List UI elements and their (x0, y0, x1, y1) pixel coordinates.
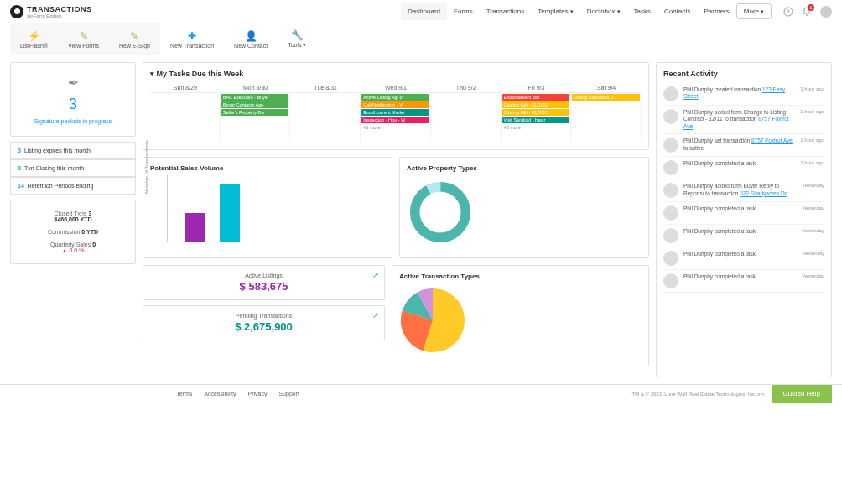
task-pill[interactable]: Closing Gift - CUTCO (502, 101, 570, 108)
nav-transactions[interactable]: Transactions (480, 3, 532, 20)
copyright: TM & © 2022, Lone Wolf Real Estate Techn… (632, 392, 765, 397)
tool-new-e-sign[interactable]: ✎New E-Sign (109, 23, 160, 55)
logo-icon (10, 5, 23, 18)
activity-item[interactable]: Phil Dunphy added form Change to Listing… (663, 106, 824, 134)
chart-title-1: Active Property Types (407, 164, 642, 172)
logo: TRANSACTIONS zipForm Edition (10, 5, 92, 18)
trend-icon: ↗ (372, 311, 379, 320)
bell-icon[interactable]: 1 (802, 7, 812, 17)
top-nav: DashboardFormsTransactionsTemplates▾DocI… (401, 3, 772, 20)
tool-icon: ⚡ (28, 30, 40, 42)
chart-title-2: Active Transaction Types (399, 273, 642, 280)
chart-title-0: Potential Sales Volume (150, 164, 385, 172)
activity-item[interactable]: Phil Dunphy completed a taskYesterday (663, 202, 824, 225)
tool-view-forms[interactable]: ✎View Forms (58, 23, 109, 55)
donut-chart (407, 179, 474, 246)
tool-icon: ✚ (188, 30, 196, 42)
tool-new-transaction[interactable]: ✚New Transaction (160, 23, 224, 55)
day-cell: BAC Executed - BuyeBuyer Contacts AgeSel… (221, 93, 291, 143)
header: TRANSACTIONS zipForm Edition DashboardFo… (0, 0, 842, 23)
tool-new-contact[interactable]: 👤New Contact (224, 23, 278, 55)
pen-icon: ✒ (18, 75, 128, 91)
task-pill[interactable]: Listing Expiration D (572, 94, 640, 101)
day-header: Fri 9/3 (502, 83, 572, 92)
tool-tools[interactable]: 🔧Tools ▾ (278, 23, 316, 55)
pending-transactions-card[interactable]: ↗ Pending Transactions $ 2,675,900 (143, 305, 385, 340)
nav-docinbox[interactable]: DocInbox▾ (580, 3, 627, 20)
task-pill[interactable]: Active Listing Agt of (361, 94, 429, 101)
nav-forms[interactable]: Forms (447, 3, 480, 20)
mini-stat: Commission 0 YTD (18, 226, 128, 238)
help-icon[interactable] (783, 7, 793, 17)
day-cell (290, 93, 361, 143)
activity-item[interactable]: Phil Dunphy added form Buyer Reply to Re… (663, 179, 824, 202)
footer-link-terms[interactable]: Terms (176, 391, 192, 397)
nav-partners[interactable]: Partners (698, 3, 736, 20)
avatar (663, 138, 678, 153)
svg-point-2 (415, 187, 466, 238)
activity-item[interactable]: Phil Dunphy completed a taskYesterday (663, 247, 824, 270)
task-pill[interactable]: BAC Executed - Buye (221, 94, 289, 101)
footer-link-accessibility[interactable]: Accessibility (204, 391, 236, 397)
task-pill[interactable]: +3 more (502, 124, 570, 131)
val-amount-1: $ 2,675,900 (150, 320, 377, 333)
tool-listflash-[interactable]: ⚡ListFlash® (10, 23, 58, 55)
tool-icon: 👤 (245, 30, 257, 42)
activity-panel: Recent Activity Phil Dunphy created tran… (656, 62, 832, 377)
stat-row[interactable]: 0Listing expires this month (10, 142, 136, 159)
nav-more[interactable]: More▾ (736, 3, 772, 19)
guided-help-button[interactable]: Guided Help (772, 385, 832, 403)
task-pill[interactable]: Inspection - Hou - W (361, 117, 429, 123)
activity-title: Recent Activity (663, 70, 824, 78)
nav-tasks[interactable]: Tasks (627, 3, 657, 20)
avatar (663, 205, 678, 221)
footer-link-privacy[interactable]: Privacy (247, 391, 267, 397)
transaction-types-chart: Active Transaction Types (392, 265, 649, 366)
active-listings-card[interactable]: ↗ Active Listings $ 583,675 (143, 265, 385, 300)
activity-item[interactable]: Phil Dunphy completed a taskYesterday (663, 270, 824, 293)
mini-stat: Quarterly Sales 0▲ 0.0 % (18, 238, 128, 257)
avatar (663, 273, 678, 288)
brand-name: TRANSACTIONS (27, 5, 92, 13)
task-pill[interactable]: Endorsement sch (502, 94, 570, 101)
svg-point-0 (784, 8, 793, 16)
bar (185, 213, 205, 242)
avatar (663, 228, 678, 243)
activity-item[interactable]: Phil Dunphy set transaction 8757 Foxtrot… (663, 134, 824, 157)
task-pill[interactable]: Email current Marke (361, 109, 429, 116)
activity-item[interactable]: Phil Dunphy completed a taskYesterday (663, 225, 824, 247)
nav-templates[interactable]: Templates▾ (531, 3, 580, 20)
stat-row[interactable]: 0Txn Closing this month (10, 159, 136, 177)
task-pill[interactable]: Seller's Property Dis (221, 109, 289, 116)
sales-volume-chart: Potential Sales Volume Number of Transac… (143, 157, 392, 258)
stat-row[interactable]: 14Retention Periods ending (10, 177, 136, 195)
nav-dashboard[interactable]: Dashboard (401, 3, 447, 20)
nav-contacts[interactable]: Contacts (657, 3, 698, 20)
tool-icon: 🔧 (291, 29, 304, 41)
chevron-down-icon[interactable]: ▾ (150, 70, 154, 78)
signature-count: 3 (18, 96, 128, 113)
avatar (663, 109, 678, 124)
val-label-0: Active Listings (150, 273, 377, 278)
task-pill[interactable]: Visit Samford - has r (502, 117, 570, 123)
day-header: Mon 8/30 (221, 83, 291, 92)
footer: TermsAccessibilityPrivacySupport TM & © … (0, 384, 842, 403)
day-header: Sun 8/29 (150, 83, 221, 92)
activity-item[interactable]: Phil Dunphy created transaction 123 Easy… (663, 83, 824, 106)
task-pill[interactable]: Buyer Contacts Age (221, 101, 289, 108)
day-cell: Endorsement schClosing Gift - CUTCOClosi… (502, 93, 572, 143)
task-pill[interactable]: Closing Gift - CUTCO (502, 109, 570, 116)
day-header: Tue 8/31 (290, 83, 361, 92)
signature-card[interactable]: ✒ 3 Signature packets in progress (10, 62, 136, 137)
property-types-chart: Active Property Types (399, 157, 649, 258)
avatar (663, 86, 678, 101)
day-header: Sat 9/4 (571, 83, 642, 92)
task-pill[interactable]: +5 more (361, 124, 429, 131)
task-pill[interactable]: Call Notification - Vi (361, 101, 429, 108)
activity-item[interactable]: Phil Dunphy completed a task1 hour ago (663, 157, 824, 179)
brand-sub: zipForm Edition (27, 13, 92, 18)
mini-stat: Closed Txns 3$466,000 YTD (18, 207, 128, 226)
footer-link-support[interactable]: Support (278, 391, 299, 397)
day-header: Thu 9/2 (431, 83, 502, 92)
user-avatar[interactable] (820, 6, 832, 18)
